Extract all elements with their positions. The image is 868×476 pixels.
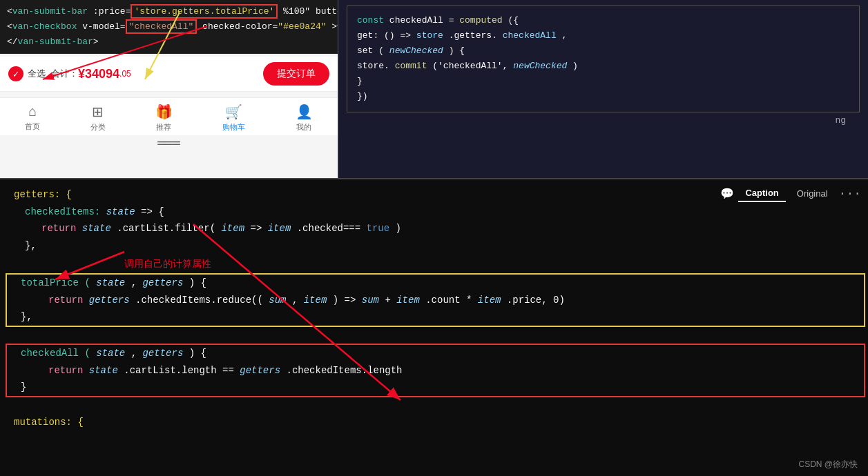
checked-all-box: checkedAll ( state , getters ) { return …: [6, 344, 865, 397]
scroll-indicator: ═══: [0, 135, 338, 152]
code-line-reduce: return getters .checkedItems.reduce(( su…: [7, 292, 864, 309]
total-price-box: totalPrice ( state , getters ) { return …: [6, 273, 865, 327]
mobile-preview: <van-submit-bar :price='store.getters.to…: [0, 0, 338, 178]
watermark: CSDN @徐亦快: [798, 459, 858, 470]
submit-button[interactable]: 提交订单: [263, 62, 329, 86]
html-line-3: </van-submit-bar>: [7, 34, 331, 50]
select-all-label: 全选: [28, 68, 46, 80]
continuation-text: ng: [347, 112, 860, 128]
code-line-totalprice: totalPrice ( state , getters ) {: [7, 275, 864, 292]
popup-line-3: set ( newChecked ) {: [357, 43, 849, 59]
popup-line-2: get: () => store .getters. checkedAll ,: [357, 28, 849, 43]
checkbox-icon: ✓: [8, 66, 23, 81]
popup-line-5: }: [357, 74, 849, 89]
nav-home[interactable]: ⌂ 首页: [25, 103, 40, 132]
html-line-2: <van-checkbox v-model="checkedAll" check…: [7, 19, 331, 34]
nav-cart-label: 购物车: [222, 122, 245, 132]
comment-icon: 💬: [720, 187, 734, 201]
tab-bar: 💬 Caption Original ···: [720, 185, 861, 202]
code-line-mutations: mutations: {: [0, 414, 868, 431]
code-line-empty2: [0, 397, 868, 415]
code-line-cartlength: return state .cartList.length == getters…: [7, 362, 864, 379]
total-price-decimal: .05: [119, 69, 131, 79]
gift-icon: 🎁: [155, 103, 173, 120]
nav-cart[interactable]: 🛒 购物车: [222, 103, 245, 132]
code-line-close-totalprice: },: [7, 308, 864, 326]
top-section: <van-submit-bar :price='store.getters.to…: [0, 0, 868, 179]
total-label: 合计：: [51, 68, 78, 80]
code-line-close-checkedall: }: [7, 379, 864, 396]
nav-bar: ⌂ 首页 ⊞ 分类 🎁 推荐 🛒 购物车 👤 我的: [0, 97, 338, 135]
code-line-empty: [0, 327, 868, 344]
code-line-close1: },: [0, 237, 868, 255]
popup-line-6: }): [357, 89, 849, 104]
top-code-panel: const checkedAll = computed ({ get: () =…: [338, 0, 868, 178]
user-icon: 👤: [296, 103, 313, 120]
bottom-section: 💬 Caption Original ··· getters: { checke…: [0, 179, 868, 476]
code-line-checkeditems: checkedItems: state => {: [0, 204, 868, 221]
nav-mine[interactable]: 👤 我的: [296, 103, 313, 132]
nav-mine-label: 我的: [296, 122, 311, 132]
html-line-1: <van-submit-bar :price='store.getters.to…: [7, 4, 331, 19]
nav-recommend-label: 推荐: [156, 122, 171, 132]
total-price: ¥34094: [78, 67, 119, 81]
category-icon: ⊞: [92, 103, 104, 120]
popup-line-1: const checkedAll = computed ({: [357, 13, 849, 28]
nav-category[interactable]: ⊞ 分类: [90, 103, 106, 132]
annotation-line: 调用自己的计算属性: [0, 254, 868, 273]
nav-recommend[interactable]: 🎁 推荐: [155, 103, 173, 132]
annotation-text: 调用自己的计算属性: [124, 255, 211, 272]
submit-bar: ✓ 全选 合计： ¥34094 .05 提交订单: [0, 57, 338, 92]
code-line-checkedall: checkedAll ( state , getters ) {: [7, 345, 864, 362]
nav-home-label: 首页: [25, 121, 40, 132]
cart-icon: 🛒: [225, 103, 242, 120]
code-line-filter: return state .cartList.filter( item => i…: [0, 220, 868, 237]
more-icon[interactable]: ···: [839, 187, 861, 201]
caption-tab[interactable]: Caption: [738, 185, 785, 202]
home-icon: ⌂: [28, 103, 37, 119]
nav-category-label: 分类: [90, 122, 106, 132]
popup-line-4: store. commit ('checkedAll', newChecked …: [357, 59, 849, 74]
original-tab[interactable]: Original: [790, 186, 835, 201]
